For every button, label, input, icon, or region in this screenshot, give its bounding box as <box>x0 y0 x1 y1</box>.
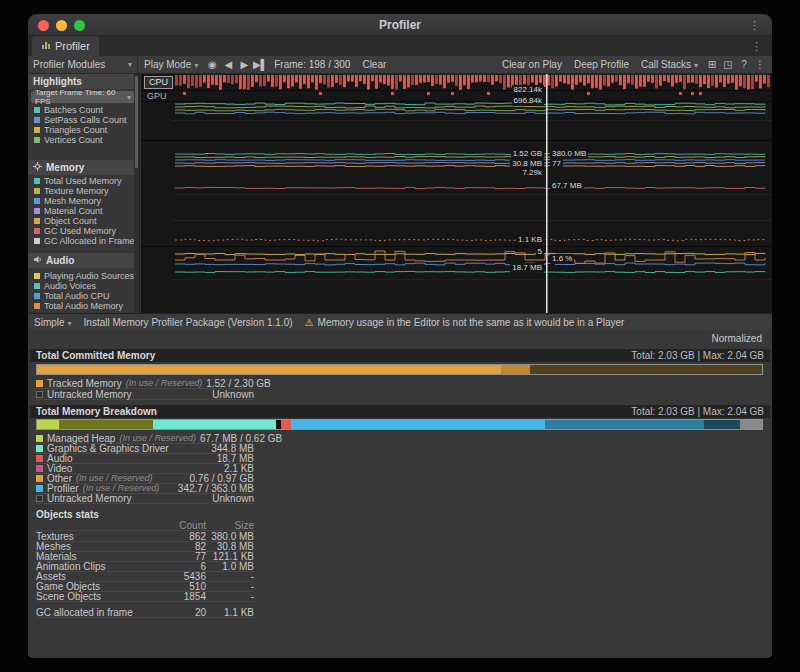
editor-memory-warning: ⚠ Memory usage in the Editor is not the … <box>305 317 625 328</box>
legend-color <box>34 137 40 143</box>
tab-profiler[interactable]: Profiler <box>32 36 99 56</box>
view-mode-dropdown[interactable]: Simple▾ <box>34 317 72 328</box>
clear-on-play-toggle[interactable]: Clear on Play <box>496 59 568 70</box>
legend-color <box>36 485 43 492</box>
committed-totals: Total: 2.03 GB | Max: 2.04 GB <box>631 350 764 361</box>
chevron-down-icon: ▾ <box>694 61 698 70</box>
sidebar-item-batches-count[interactable]: Batches Count <box>34 105 137 115</box>
profiler-modules-label: Profiler Modules <box>33 59 105 70</box>
scrollbar-thumb[interactable] <box>135 76 138 168</box>
committed-memory-bar[interactable] <box>36 364 763 375</box>
breakdown-totals: Total: 2.03 GB | Max: 2.04 GB <box>631 406 764 417</box>
legend-color <box>34 208 40 214</box>
target-frame-time-dropdown[interactable]: Target Frame Time: 60 FPS ▾ <box>31 91 135 103</box>
cpu-track-label[interactable]: CPU <box>144 76 173 89</box>
speaker-icon <box>33 255 42 266</box>
sidebar-item-object-count[interactable]: Object Count <box>34 216 137 226</box>
memory-breakdown-bar[interactable] <box>36 419 763 430</box>
profiler-tab-icon <box>41 40 51 52</box>
size-column-header: Size <box>206 520 254 531</box>
legend-color <box>36 475 43 482</box>
stats-row-scene-objects[interactable]: Scene Objects1854- <box>36 592 254 602</box>
window-title: Profiler <box>28 14 772 36</box>
sidebar-item-material-count[interactable]: Material Count <box>34 206 137 216</box>
tab-label: Profiler <box>55 40 90 52</box>
next-frame-button[interactable]: ▶ <box>236 59 252 70</box>
legend-color <box>34 218 40 224</box>
deep-profile-toggle[interactable]: Deep Profile <box>568 59 635 70</box>
gpu-track-label[interactable]: GPU <box>147 91 167 101</box>
legend-color <box>34 178 40 184</box>
stats-row-gc-allocated[interactable]: GC allocated in frame201.1 KB <box>36 608 254 618</box>
chevron-down-icon: ▾ <box>128 60 132 69</box>
normalized-toggle[interactable]: Normalized <box>711 333 762 344</box>
memory-bar-segment <box>59 420 153 429</box>
window-menu-icon[interactable]: ⋮ <box>749 14 760 36</box>
sidebar-item-gc-allocated[interactable]: GC Allocated in Frame <box>34 236 137 246</box>
legend-color <box>34 273 40 279</box>
sidebar-item-vertices-count[interactable]: Vertices Count <box>34 135 137 145</box>
load-profile-icon[interactable]: ⊞ <box>704 59 720 70</box>
legend-color <box>34 283 40 289</box>
save-profile-icon[interactable]: ◳ <box>720 59 736 70</box>
legend-color <box>36 391 43 398</box>
sidebar-item-mesh-memory[interactable]: Mesh Memory <box>34 196 137 206</box>
sidebar-item-texture-memory[interactable]: Texture Memory <box>34 186 137 196</box>
legend-color <box>34 228 40 234</box>
sidebar-item-total-audio-cpu[interactable]: Total Audio CPU <box>34 291 137 301</box>
window-titlebar: Profiler ⋮ <box>28 14 772 36</box>
module-header-audio[interactable]: Audio <box>28 253 139 268</box>
previous-frame-button[interactable]: ◀ <box>220 59 236 70</box>
module-header-memory[interactable]: Memory <box>28 160 139 175</box>
sidebar-item-total-used-memory[interactable]: Total Used Memory <box>34 176 137 186</box>
legend-value: Unknown <box>212 389 254 400</box>
sidebar-item-audio-voices[interactable]: Audio Voices <box>34 281 137 291</box>
memory-bar-segment <box>545 420 705 429</box>
legend-row-untracked[interactable]: Untracked Memory Unknown <box>36 493 254 504</box>
clear-button[interactable]: Clear <box>356 59 392 70</box>
legend-color <box>36 455 43 462</box>
sidebar-item-total-audio-memory[interactable]: Total Audio Memory <box>34 301 137 311</box>
tab-bar: Profiler ⋮ <box>28 36 772 56</box>
module-header-highlights[interactable]: Highlights <box>28 74 139 89</box>
chart-canvas[interactable] <box>141 74 772 313</box>
record-button[interactable]: ◉ <box>204 59 220 70</box>
chevron-down-icon: ▾ <box>194 61 198 70</box>
legend-color <box>34 117 40 123</box>
legend-color <box>34 188 40 194</box>
legend-color <box>36 435 43 442</box>
play-mode-dropdown[interactable]: Play Mode▾ <box>138 59 204 70</box>
help-icon[interactable]: ? <box>736 59 752 70</box>
legend-row-untracked-memory[interactable]: Untracked Memory Unknown <box>36 389 254 400</box>
context-menu-icon[interactable]: ⋮ <box>752 59 768 70</box>
total-memory-breakdown-header: Total Memory Breakdown Total: 2.03 GB | … <box>30 405 770 418</box>
module-sidebar: Highlights Target Frame Time: 60 FPS ▾ B… <box>28 74 140 313</box>
legend-value: 1.52 / 2.30 GB <box>206 378 271 389</box>
memory-bar-segment <box>37 420 59 429</box>
gear-icon <box>33 162 42 173</box>
chevron-down-icon: ▾ <box>127 93 131 102</box>
frame-counter: Frame: 198 / 300 <box>268 59 356 70</box>
profiler-modules-dropdown[interactable]: Profiler Modules ▾ <box>28 56 138 73</box>
memory-bar-segment <box>704 420 740 429</box>
install-memory-profiler-link[interactable]: Install Memory Profiler Package (Version… <box>84 317 293 328</box>
memory-bar-segment <box>530 365 762 374</box>
legend-value: Unknown <box>212 493 254 504</box>
memory-bar-segment <box>281 420 291 429</box>
memory-bar-segment <box>501 365 530 374</box>
tab-bar-menu-icon[interactable]: ⋮ <box>751 36 762 56</box>
profiler-window: Profiler ⋮ Profiler ⋮ Profiler Modules ▾… <box>28 14 772 658</box>
sidebar-item-playing-audio-sources[interactable]: Playing Audio Sources <box>34 271 137 281</box>
legend-row-tracked-memory[interactable]: Tracked Memory (In use / Reserved) 1.52 … <box>36 378 254 389</box>
sidebar-item-triangles-count[interactable]: Triangles Count <box>34 125 137 135</box>
sidebar-scrollbar[interactable] <box>134 74 139 313</box>
legend-color <box>34 127 40 133</box>
legend-color <box>34 238 40 244</box>
sidebar-item-setpass-calls[interactable]: SetPass Calls Count <box>34 115 137 125</box>
objects-stats-title: Objects stats <box>36 509 99 520</box>
profiler-chart-area[interactable]: CPU GPU 822.14k696.84k1.52 GB380.0 MB30.… <box>141 74 772 313</box>
sidebar-item-gc-used-memory[interactable]: GC Used Memory <box>34 226 137 236</box>
objects-stats-header-row: Count Size <box>36 521 254 531</box>
current-frame-button[interactable]: ▶▌ <box>252 59 268 70</box>
call-stacks-dropdown[interactable]: Call Stacks▾ <box>635 59 704 70</box>
